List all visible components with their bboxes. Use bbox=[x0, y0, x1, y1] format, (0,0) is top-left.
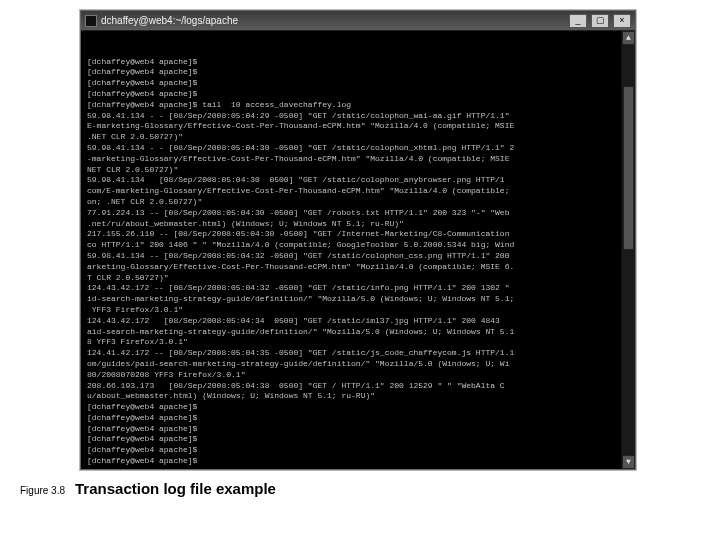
terminal-line: [dchaffey@web4 apache]$ bbox=[87, 89, 629, 100]
window-titlebar[interactable]: dchaffey@web4:~/logs/apache _ ▢ × bbox=[81, 11, 635, 31]
terminal-line: [dchaffey@web4 apache]$ bbox=[87, 424, 629, 435]
terminal-line: E-marketing-Glossary/Effective-Cost-Per-… bbox=[87, 121, 629, 132]
terminal-line: 59.98.41.134 - - [08/Sep/2008:05:04:30 -… bbox=[87, 143, 629, 154]
terminal-line: arketing-Glossary/Effective-Cost-Per-Tho… bbox=[87, 262, 629, 273]
terminal-line: .NET CLR 2.0.50727)" bbox=[87, 132, 629, 143]
window-title: dchaffey@web4:~/logs/apache bbox=[101, 15, 565, 26]
terminal-line: .net/ru/about_webmaster.html) (Windows; … bbox=[87, 219, 629, 230]
terminal-line: on; .NET CLR 2.0.50727)" bbox=[87, 197, 629, 208]
scroll-thumb[interactable] bbox=[623, 86, 634, 250]
terminal-line: [dchaffey@web4 apache]$ bbox=[87, 467, 629, 469]
figure-number: Figure 3.8 bbox=[20, 485, 65, 496]
terminal-line: om/guides/paid-search-marketing-strategy… bbox=[87, 359, 629, 370]
terminal-line: co HTTP/1.1" 200 1406 " " "Mozilla/4.0 (… bbox=[87, 240, 629, 251]
terminal-line: 124.43.42.172 [08/Sep/2008:05:04:34 0500… bbox=[87, 316, 629, 327]
terminal-line: [dchaffey@web4 apache]$ bbox=[87, 67, 629, 78]
scroll-up-button[interactable]: ▲ bbox=[622, 31, 635, 45]
terminal-line: 80/2008070208 YFF3 Firefox/3.0.1" bbox=[87, 370, 629, 381]
minimize-button[interactable]: _ bbox=[569, 14, 587, 28]
terminal-line: 8 YFF3 Firefox/3.0.1" bbox=[87, 337, 629, 348]
maximize-button[interactable]: ▢ bbox=[591, 14, 609, 28]
terminal-line: 124.43.42.172 -- [08/Sep/2008:05:04:32 -… bbox=[87, 283, 629, 294]
terminal-line: [dchaffey@web4 apache]$ tail 10 access_d… bbox=[87, 100, 629, 111]
terminal-line: YFF3 Firefox/3.0.1" bbox=[87, 305, 629, 316]
terminal-line: 59.98.41.134 - - [08/Sep/2008:05:04:29 -… bbox=[87, 111, 629, 122]
terminal-line: com/E-marketing-Glossary/Effective-Cost-… bbox=[87, 186, 629, 197]
terminal-line: -marketing-Glossary/Effective-Cost-Per-T… bbox=[87, 154, 629, 165]
terminal-window: dchaffey@web4:~/logs/apache _ ▢ × [dchaf… bbox=[80, 10, 636, 470]
terminal-line: T CLR 2.0.50727)" bbox=[87, 273, 629, 284]
close-button[interactable]: × bbox=[613, 14, 631, 28]
terminal-line: [dchaffey@web4 apache]$ bbox=[87, 402, 629, 413]
terminal-line: [dchaffey@web4 apache]$ bbox=[87, 78, 629, 89]
terminal-line: u/about_webmaster.html) (Windows; U; Win… bbox=[87, 391, 629, 402]
terminal-line: [dchaffey@web4 apache]$ bbox=[87, 456, 629, 467]
figure-caption: Figure 3.8 Transaction log file example bbox=[20, 480, 276, 497]
scroll-track[interactable] bbox=[622, 45, 635, 455]
terminal-line: 59.98.41.134 -- [08/Sep/2008:05:04:32 -0… bbox=[87, 251, 629, 262]
terminal-line: 77.91.224.13 -- [08/Sep/2008:05:04:30 -0… bbox=[87, 208, 629, 219]
terminal-line: id-search-marketing-strategy-guide/defin… bbox=[87, 294, 629, 305]
terminal-line: 217.155.26.110 -- [08/Sep/2008:05:04:30 … bbox=[87, 229, 629, 240]
terminal-line: 208.66.193.173 [08/Sep/2008:05:04:38 050… bbox=[87, 381, 629, 392]
terminal-line: 59.98.41.134 [08/Sep/2008:05:04:30 0500]… bbox=[87, 175, 629, 186]
terminal-line: [dchaffey@web4 apache]$ bbox=[87, 434, 629, 445]
terminal-line: [dchaffey@web4 apache]$ bbox=[87, 413, 629, 424]
terminal-line: 124.41.42.172 -- [08/Sep/2008:05:04:35 -… bbox=[87, 348, 629, 359]
scroll-down-button[interactable]: ▼ bbox=[622, 455, 635, 469]
terminal-line: NET CLR 2.0.50727)" bbox=[87, 165, 629, 176]
terminal-line: [dchaffey@web4 apache]$ bbox=[87, 445, 629, 456]
figure-title: Transaction log file example bbox=[75, 480, 276, 497]
scrollbar[interactable]: ▲ ▼ bbox=[621, 31, 635, 469]
terminal-icon bbox=[85, 15, 97, 27]
terminal-viewport[interactable]: [dchaffey@web4 apache]$[dchaffey@web4 ap… bbox=[81, 31, 635, 469]
terminal-line: aid-search-marketing-strategy-guide/defi… bbox=[87, 327, 629, 338]
terminal-line: [dchaffey@web4 apache]$ bbox=[87, 57, 629, 68]
